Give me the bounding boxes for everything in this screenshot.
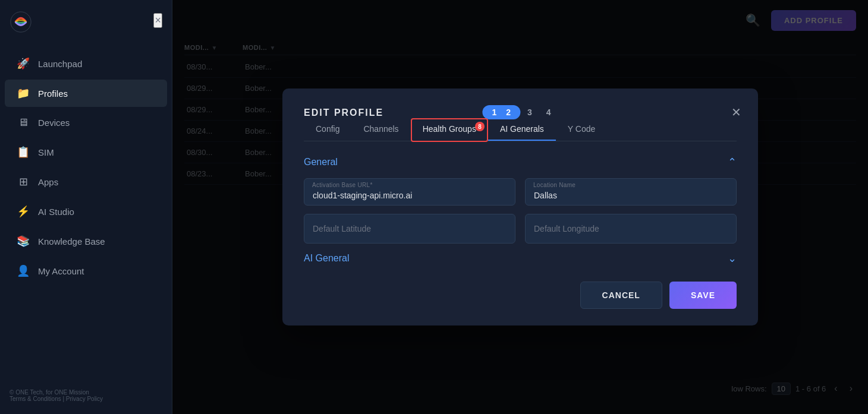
modal-overlay: EDIT PROFILE 1 2 3 4 ✕ Config Channel (172, 0, 868, 414)
sidebar-item-label: My Account (38, 266, 84, 276)
default-latitude-field (304, 214, 515, 244)
edit-profile-modal: EDIT PROFILE 1 2 3 4 ✕ Config Channel (282, 89, 758, 325)
tab-config[interactable]: Config (304, 118, 351, 141)
sidebar-item-ai-studio[interactable]: ⚡ AI Studio (5, 198, 167, 225)
sidebar-item-label: SIM (38, 147, 54, 157)
default-latitude-input[interactable] (304, 214, 515, 244)
location-name-label: Location Name (533, 182, 575, 188)
sidebar-nav: 🚀 Launchpad 📁 Profiles 🖥 Devices 📋 SIM ⊞… (0, 44, 172, 382)
footer-text: © ONE Tech, for ONE Mission (10, 389, 89, 396)
step-1: 1 (492, 108, 496, 117)
sidebar: × 🚀 Launchpad 📁 Profiles 🖥 Devices 📋 SIM… (0, 0, 172, 414)
knowledge-base-icon: 📚 (17, 235, 30, 248)
app-logo (10, 11, 32, 33)
general-section-title: General (304, 157, 338, 168)
modal-title: EDIT PROFILE (304, 108, 383, 118)
ai-studio-icon: ⚡ (17, 205, 30, 218)
default-longitude-field (525, 214, 737, 244)
profiles-icon: 📁 (17, 87, 30, 100)
my-account-icon: 👤 (17, 264, 30, 277)
modal-footer: CANCEL SAVE (304, 282, 737, 309)
sidebar-item-label: Apps (38, 177, 58, 187)
svg-point-0 (11, 12, 31, 32)
cancel-button[interactable]: CANCEL (580, 282, 662, 309)
active-steps-pill: 1 2 (482, 105, 520, 119)
step-4[interactable]: 4 (539, 105, 558, 119)
main-content: 🔍 ADD PROFILE MODI... ▼ MODI... ▼ 08/30.… (172, 0, 868, 414)
form-row-1: Activation Base URL* Location Name (304, 178, 737, 206)
health-groups-badge: 8 (475, 122, 485, 131)
launchpad-icon: 🚀 (17, 57, 30, 70)
apps-icon: ⊞ (17, 175, 30, 188)
sidebar-item-label: Profiles (38, 89, 68, 99)
sidebar-item-launchpad[interactable]: 🚀 Launchpad (5, 50, 167, 77)
form-row-2 (304, 214, 737, 244)
step-2: 2 (506, 108, 511, 117)
logo-area: × (0, 0, 172, 44)
sidebar-item-label: Launchpad (38, 59, 82, 69)
ai-general-section: AI General ⌄ (304, 252, 737, 265)
sidebar-item-knowledge-base[interactable]: 📚 Knowledge Base (5, 227, 167, 255)
default-longitude-input[interactable] (525, 214, 737, 244)
location-name-field: Location Name (525, 178, 737, 206)
sidebar-item-devices[interactable]: 🖥 Devices (5, 109, 167, 136)
sidebar-item-label: Knowledge Base (38, 236, 105, 246)
sim-icon: 📋 (17, 146, 30, 159)
tab-ai-generals[interactable]: AI Generals (488, 118, 556, 141)
modal-tabs: Config Channels Health Groups 8 AI Gener… (304, 118, 737, 141)
tab-channels[interactable]: Channels (351, 118, 410, 141)
ai-general-section-header: AI General ⌄ (304, 252, 737, 265)
sidebar-item-sim[interactable]: 📋 SIM (5, 138, 167, 166)
sidebar-close-button[interactable]: × (153, 13, 162, 28)
step-3[interactable]: 3 (520, 105, 539, 119)
sidebar-item-profiles[interactable]: 📁 Profiles (5, 80, 167, 107)
tab-health-groups[interactable]: Health Groups 8 (411, 118, 488, 142)
modal-close-button[interactable]: ✕ (731, 105, 741, 119)
footer-links[interactable]: Terms & Conditions | Privacy Policy (10, 396, 103, 402)
general-section-toggle[interactable]: ⌃ (728, 156, 737, 169)
devices-icon: 🖥 (17, 116, 30, 129)
sidebar-item-my-account[interactable]: 👤 My Account (5, 257, 167, 285)
sidebar-item-apps[interactable]: ⊞ Apps (5, 168, 167, 195)
sidebar-item-label: AI Studio (38, 207, 74, 217)
sidebar-footer: © ONE Tech, for ONE Mission Terms & Cond… (0, 382, 172, 414)
general-section-header: General ⌃ (304, 156, 737, 169)
save-button[interactable]: SAVE (669, 282, 737, 309)
tab-y-code[interactable]: Y Code (556, 118, 607, 141)
step-indicator: 1 2 3 4 (482, 105, 558, 119)
ai-general-section-title: AI General (304, 253, 349, 264)
ai-general-section-toggle[interactable]: ⌄ (728, 252, 737, 265)
sidebar-item-label: Devices (38, 118, 70, 128)
activation-base-url-label: Activation Base URL* (312, 182, 373, 188)
activation-base-url-field: Activation Base URL* (304, 178, 515, 206)
